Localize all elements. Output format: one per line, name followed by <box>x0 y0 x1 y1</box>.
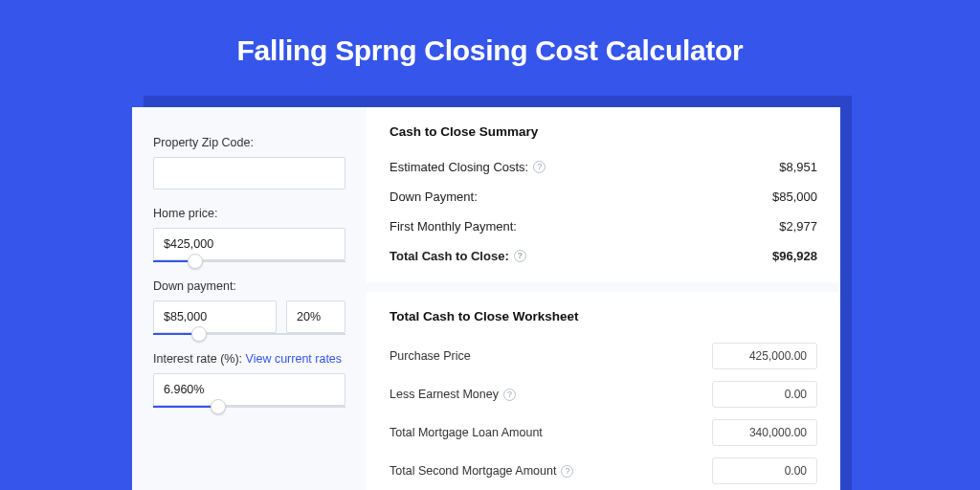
worksheet-title: Total Cash to Close Worksheet <box>390 309 817 323</box>
worksheet-row-input[interactable] <box>712 419 817 446</box>
summary-row: Down Payment:$85,000 <box>390 182 817 212</box>
down-payment-pct-input[interactable] <box>286 301 345 333</box>
help-icon[interactable]: ? <box>561 465 573 478</box>
home-price-field-group: Home price: <box>153 207 345 262</box>
worksheet-row-label: Purchase Price <box>390 349 471 363</box>
worksheet-row-label: Less Earnest Money? <box>390 388 516 401</box>
worksheet-row-label: Total Mortgage Loan Amount <box>390 426 543 439</box>
worksheet-row-label-text: Purchase Price <box>390 349 471 363</box>
summary-row: Estimated Closing Costs:?$8,951 <box>390 152 817 182</box>
summary-row-label-text: Estimated Closing Costs: <box>390 160 528 174</box>
help-icon[interactable]: ? <box>514 250 526 262</box>
summary-row: Total Cash to Close:?$96,928 <box>390 241 817 271</box>
interest-rate-field-group: Interest rate (%): View current rates <box>153 352 345 408</box>
worksheet-row: Total Second Mortgage Amount? <box>390 452 817 490</box>
down-payment-slider-thumb[interactable] <box>191 326 207 342</box>
worksheet-row-input[interactable] <box>712 343 817 369</box>
summary-row: First Monthly Payment:$2,977 <box>390 212 817 241</box>
zip-field-group: Property Zip Code: <box>153 136 345 189</box>
down-payment-slider[interactable] <box>153 333 345 335</box>
interest-rate-label-text: Interest rate (%): <box>153 352 246 366</box>
summary-row-label-text: First Monthly Payment: <box>390 219 517 234</box>
worksheet-card: Total Cash to Close Worksheet Purchase P… <box>367 282 840 490</box>
view-rates-link[interactable]: View current rates <box>246 352 343 366</box>
results-content: Cash to Close Summary Estimated Closing … <box>367 107 840 490</box>
page-title: Falling Sprng Closing Cost Calculator <box>0 0 980 67</box>
summary-title: Cash to Close Summary <box>390 124 817 139</box>
home-price-slider-thumb[interactable] <box>188 254 203 269</box>
help-icon[interactable]: ? <box>533 161 546 173</box>
down-payment-field-group: Down payment: <box>153 279 345 335</box>
summary-row-value: $2,977 <box>779 219 817 234</box>
worksheet-row-label-text: Total Second Mortgage Amount <box>390 464 556 478</box>
help-icon[interactable]: ? <box>503 389 516 401</box>
worksheet-row-input[interactable] <box>712 381 817 408</box>
summary-row-label: Total Cash to Close:? <box>390 249 526 263</box>
interest-rate-slider-fill <box>153 406 218 408</box>
summary-row-label: Down Payment: <box>390 189 478 204</box>
interest-rate-input[interactable] <box>153 373 345 406</box>
home-price-input[interactable] <box>153 228 345 260</box>
inputs-sidebar: Property Zip Code: Home price: Down paym… <box>132 107 367 490</box>
summary-rows: Estimated Closing Costs:?$8,951Down Paym… <box>390 152 817 271</box>
zip-label: Property Zip Code: <box>153 136 345 149</box>
interest-rate-slider[interactable] <box>153 406 345 408</box>
summary-row-label: First Monthly Payment: <box>390 219 517 234</box>
summary-card: Cash to Close Summary Estimated Closing … <box>367 107 840 282</box>
interest-rate-slider-thumb[interactable] <box>211 399 226 414</box>
summary-row-value: $85,000 <box>772 189 817 204</box>
home-price-slider[interactable] <box>153 260 345 262</box>
worksheet-row-label: Total Second Mortgage Amount? <box>390 464 573 478</box>
worksheet-row: Purchase Price <box>390 337 817 375</box>
worksheet-rows: Purchase PriceLess Earnest Money?Total M… <box>390 337 817 490</box>
worksheet-row: Total Mortgage Loan Amount <box>390 413 817 452</box>
worksheet-row: Less Earnest Money? <box>390 375 817 413</box>
down-payment-input[interactable] <box>153 301 277 333</box>
interest-rate-label: Interest rate (%): View current rates <box>153 352 345 366</box>
calculator-panel: Property Zip Code: Home price: Down paym… <box>132 107 840 490</box>
zip-input[interactable] <box>153 157 345 189</box>
worksheet-row-label-text: Less Earnest Money <box>390 388 499 401</box>
worksheet-row-label-text: Total Mortgage Loan Amount <box>390 426 543 439</box>
worksheet-row-input[interactable] <box>712 457 817 484</box>
summary-row-label: Estimated Closing Costs:? <box>390 160 546 174</box>
summary-row-label-text: Total Cash to Close: <box>390 249 509 263</box>
summary-row-value: $96,928 <box>772 249 817 263</box>
down-payment-label: Down payment: <box>153 279 345 293</box>
summary-row-label-text: Down Payment: <box>390 189 478 204</box>
home-price-label: Home price: <box>153 207 345 220</box>
summary-row-value: $8,951 <box>779 160 817 174</box>
